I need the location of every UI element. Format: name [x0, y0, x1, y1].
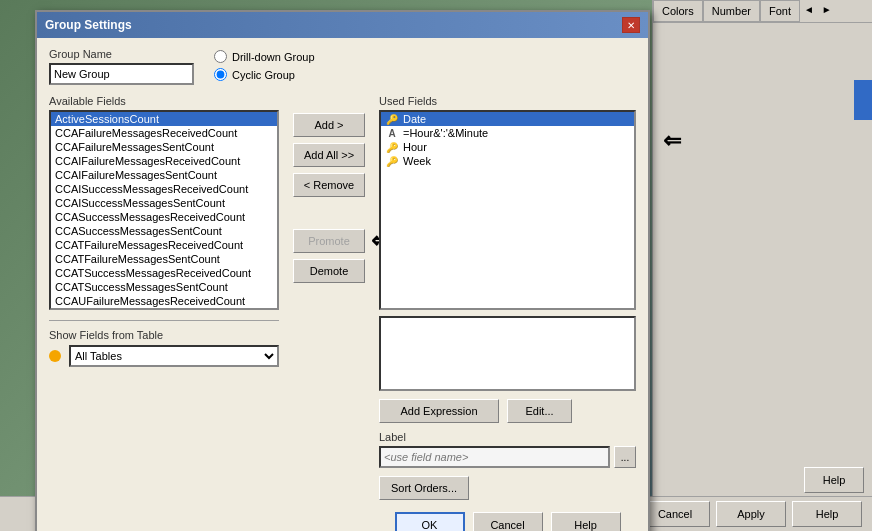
radio-cyclic-input[interactable]: [214, 68, 227, 81]
label-browse-button[interactable]: ...: [614, 446, 636, 468]
accent-bar: [854, 80, 872, 120]
bottom-cancel-button[interactable]: Cancel: [640, 501, 710, 527]
tab-font[interactable]: Font: [760, 0, 800, 22]
group-name-input[interactable]: [49, 63, 194, 85]
left-panel: Available Fields ActiveSessionsCount CCA…: [49, 95, 279, 531]
table-icon: [49, 350, 61, 362]
show-fields-row: All Tables: [49, 345, 279, 367]
list-item[interactable]: CCATSuccessMessagesSentCount: [51, 280, 277, 294]
available-fields-label: Available Fields: [49, 95, 279, 107]
bottom-help-button[interactable]: Help: [792, 501, 862, 527]
show-fields-label: Show Fields from Table: [49, 329, 279, 341]
radio-drill-down-label: Drill-down Group: [232, 51, 315, 63]
bottom-apply-button[interactable]: Apply: [716, 501, 786, 527]
tab-colors[interactable]: Colors: [653, 0, 703, 22]
lower-used-area: [379, 316, 636, 391]
field-icon: 🔑: [385, 156, 399, 167]
radio-cyclic[interactable]: Cyclic Group: [214, 68, 315, 81]
used-fields-wrapper: 🔑 Date A =Hour&':'&Minute ⇐ 🔑 Hour: [379, 110, 636, 391]
tab-nav-left[interactable]: ◄: [800, 0, 818, 22]
list-item[interactable]: CCASuccessMessagesReceivedCount: [51, 210, 277, 224]
show-fields-select[interactable]: All Tables: [69, 345, 279, 367]
group-settings-dialog: Group Settings ✕ Group Name Drill-down G…: [35, 10, 650, 531]
list-item[interactable]: CCAUFailureMessagesReceivedCount: [51, 294, 277, 308]
list-item[interactable]: CCATSuccessMessagesReceivedCount: [51, 266, 277, 280]
used-list-item[interactable]: 🔑 Week: [381, 154, 634, 168]
edit-button[interactable]: Edit...: [507, 399, 572, 423]
main-content: Available Fields ActiveSessionsCount CCA…: [49, 95, 636, 531]
label-label: Label: [379, 431, 636, 443]
list-item[interactable]: CCAIFailureMessagesSentCount: [51, 168, 277, 182]
add-all-button[interactable]: Add All >>: [293, 143, 365, 167]
remove-button[interactable]: < Remove: [293, 173, 365, 197]
used-list-item[interactable]: 🔑 Date: [381, 112, 634, 126]
label-section: Label ...: [379, 431, 636, 468]
dialog-body: Group Name Drill-down Group Cyclic Group…: [37, 38, 648, 531]
group-name-row: Group Name Drill-down Group Cyclic Group: [49, 48, 636, 85]
list-item[interactable]: CCAFailureMessagesSentCount: [51, 140, 277, 154]
group-name-section: Group Name: [49, 48, 194, 85]
list-item[interactable]: CCATFailureMessagesReceivedCount: [51, 238, 277, 252]
list-item[interactable]: CCAIFailureMessagesReceivedCount: [51, 154, 277, 168]
list-item[interactable]: CCAUFailureMessagesSentCount: [51, 308, 277, 310]
used-item-text: =Hour&':'&Minute: [403, 127, 488, 139]
dialog-close-button[interactable]: ✕: [622, 17, 640, 33]
side-tab-bar: Colors Number Font ◄ ►: [653, 0, 872, 23]
right-panel: Used Fields 🔑 Date A =Hour&':'&Minute ⇐: [379, 95, 636, 531]
help-button[interactable]: Help: [551, 512, 621, 531]
add-expression-row: Add Expression Edit...: [379, 399, 636, 423]
list-item[interactable]: CCAFailureMessagesReceivedCount: [51, 126, 277, 140]
sort-orders-row: Sort Orders...: [379, 476, 636, 500]
demote-button[interactable]: Demote: [293, 259, 365, 283]
label-input[interactable]: [379, 446, 610, 468]
radio-drill-down-input[interactable]: [214, 50, 227, 63]
date-icon: 🔑: [385, 114, 399, 125]
cancel-button[interactable]: Cancel: [473, 512, 543, 531]
list-item[interactable]: ActiveSessionsCount: [51, 112, 277, 126]
tab-number[interactable]: Number: [703, 0, 760, 22]
used-fields-label: Used Fields: [379, 95, 636, 107]
radio-group: Drill-down Group Cyclic Group: [214, 50, 315, 81]
tab-nav-right[interactable]: ►: [818, 0, 836, 22]
used-item-text: Hour: [403, 141, 427, 153]
expr-icon: A: [385, 128, 399, 139]
sort-orders-button[interactable]: Sort Orders...: [379, 476, 469, 500]
used-list-item[interactable]: 🔑 Hour: [381, 140, 634, 154]
dialog-title: Group Settings: [45, 18, 132, 32]
label-input-row: ...: [379, 446, 636, 468]
list-item[interactable]: CCAISuccessMessagesReceivedCount: [51, 182, 277, 196]
middle-buttons-panel: Add > Add All >> < Remove Promote ⇐ Demo…: [289, 95, 369, 531]
used-item-text: Week: [403, 155, 431, 167]
used-fields-listbox[interactable]: 🔑 Date A =Hour&':'&Minute ⇐ 🔑 Hour: [379, 110, 636, 310]
promote-button[interactable]: Promote: [293, 229, 365, 253]
ok-button[interactable]: OK: [395, 512, 465, 531]
used-list-item[interactable]: A =Hour&':'&Minute ⇐: [381, 126, 634, 140]
list-item[interactable]: CCAISuccessMessagesSentCount: [51, 196, 277, 210]
available-fields-listbox[interactable]: ActiveSessionsCount CCAFailureMessagesRe…: [49, 110, 279, 310]
dialog-titlebar: Group Settings ✕: [37, 12, 648, 38]
show-fields-section: Show Fields from Table All Tables: [49, 320, 279, 367]
group-name-label: Group Name: [49, 48, 194, 60]
right-side-panel: Colors Number Font ◄ ► Help: [652, 0, 872, 531]
add-button[interactable]: Add >: [293, 113, 365, 137]
dialog-bottom-buttons: OK Cancel Help: [379, 512, 636, 531]
promote-row: Promote ⇐: [293, 229, 365, 253]
list-item[interactable]: CCASuccessMessagesSentCount: [51, 224, 277, 238]
side-help-button[interactable]: Help: [804, 467, 864, 493]
add-expression-button[interactable]: Add Expression: [379, 399, 499, 423]
radio-cyclic-label: Cyclic Group: [232, 69, 295, 81]
used-item-text: Date: [403, 113, 426, 125]
radio-drill-down[interactable]: Drill-down Group: [214, 50, 315, 63]
list-item[interactable]: CCATFailureMessagesSentCount: [51, 252, 277, 266]
field-icon: 🔑: [385, 142, 399, 153]
